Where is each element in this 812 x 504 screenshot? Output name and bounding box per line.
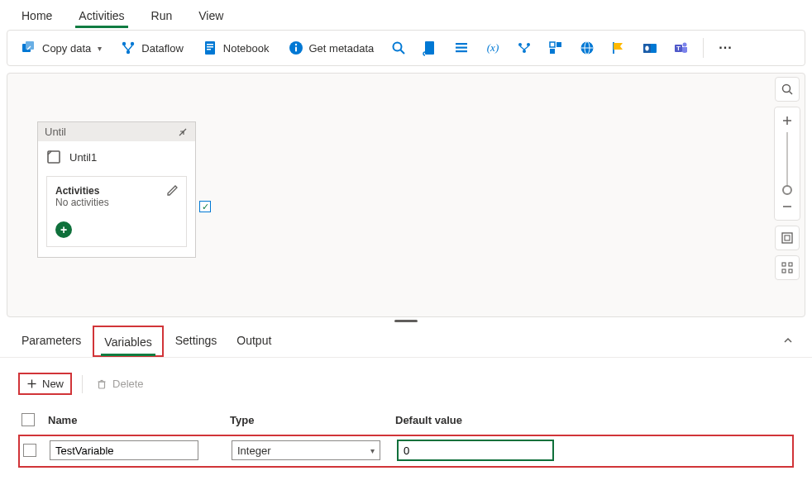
toolbar-separator bbox=[703, 38, 704, 58]
list-icon bbox=[453, 40, 470, 56]
table-row: Integer ▾ bbox=[18, 435, 794, 468]
new-label: New bbox=[42, 378, 64, 390]
tab-variables[interactable]: Variables bbox=[96, 327, 160, 355]
variable-name-input[interactable] bbox=[50, 440, 198, 460]
zoom-slider-track[interactable] bbox=[786, 132, 788, 188]
top-tab-bar: Home Activities Run View bbox=[0, 0, 812, 30]
variable-type-select[interactable]: Integer ▾ bbox=[232, 440, 380, 460]
canvas-search-button[interactable] bbox=[775, 77, 800, 102]
tab-run[interactable]: Run bbox=[140, 2, 184, 27]
tab-home[interactable]: Home bbox=[10, 2, 64, 27]
template-icon-button[interactable] bbox=[542, 36, 569, 59]
type-value: Integer bbox=[237, 445, 270, 457]
zoom-slider-knob[interactable] bbox=[782, 185, 792, 195]
svg-rect-44 bbox=[782, 269, 786, 273]
tab-output[interactable]: Output bbox=[228, 326, 279, 357]
search-icon bbox=[390, 40, 407, 56]
col-name: Name bbox=[48, 414, 230, 426]
flag-icon-button[interactable] bbox=[605, 36, 632, 59]
svg-point-33 bbox=[683, 43, 687, 47]
web-icon-button[interactable] bbox=[574, 36, 600, 59]
copy-data-icon bbox=[21, 40, 37, 56]
copy-data-label: Copy data bbox=[42, 42, 91, 55]
dataflow-icon bbox=[120, 40, 136, 56]
script-icon-button[interactable] bbox=[417, 36, 443, 59]
svg-rect-40 bbox=[782, 233, 792, 243]
node-type-label: Until bbox=[45, 126, 66, 138]
tab-activities[interactable]: Activities bbox=[67, 2, 136, 27]
variable-x-icon: (x) bbox=[485, 40, 501, 56]
collapse-icon[interactable] bbox=[177, 126, 189, 138]
zoom-in-button[interactable] bbox=[775, 111, 800, 131]
svg-point-21 bbox=[523, 50, 526, 53]
svg-rect-23 bbox=[556, 42, 561, 47]
chevron-down-icon: ▾ bbox=[370, 446, 375, 455]
svg-rect-41 bbox=[785, 235, 790, 240]
svg-rect-14 bbox=[425, 41, 434, 55]
node-title-row: Until1 bbox=[38, 141, 195, 171]
until-activity-node[interactable]: Until Until1 Activities No activities + bbox=[37, 121, 196, 258]
svg-point-2 bbox=[122, 42, 126, 45]
delete-label: Delete bbox=[112, 378, 144, 390]
table-header-row: Name Type Default value bbox=[18, 408, 794, 435]
pane-splitter[interactable] bbox=[0, 317, 812, 324]
svg-point-4 bbox=[127, 50, 130, 54]
get-metadata-label: Get metadata bbox=[309, 42, 375, 55]
teams-icon: T bbox=[673, 40, 690, 56]
svg-text:T: T bbox=[676, 45, 681, 52]
activities-toolbar: Copy data ▾ Dataflow Notebook Get metada… bbox=[7, 30, 805, 66]
zoom-out-button[interactable] bbox=[775, 197, 800, 216]
tab-view[interactable]: View bbox=[187, 2, 235, 27]
delete-variable-button[interactable]: Delete bbox=[93, 374, 147, 393]
svg-line-13 bbox=[401, 50, 405, 55]
variables-actions: New Delete bbox=[0, 358, 812, 403]
svg-text:(x): (x) bbox=[487, 41, 499, 54]
copy-data-button[interactable]: Copy data ▾ bbox=[14, 36, 108, 59]
edit-pencil-icon[interactable] bbox=[166, 183, 179, 197]
activities-box: Activities No activities + bbox=[46, 176, 187, 247]
fit-to-screen-button[interactable] bbox=[775, 226, 800, 250]
col-default: Default value bbox=[395, 414, 577, 426]
collapse-panel-icon[interactable] bbox=[777, 330, 799, 354]
notebook-button[interactable]: Notebook bbox=[195, 36, 276, 59]
plus-icon bbox=[26, 378, 37, 389]
select-all-checkbox[interactable] bbox=[21, 413, 35, 426]
no-activities-text: No activities bbox=[55, 197, 178, 208]
tab-settings[interactable]: Settings bbox=[167, 326, 226, 357]
variable-default-input[interactable] bbox=[397, 440, 554, 461]
info-icon bbox=[288, 40, 304, 56]
success-checkbox[interactable]: ✓ bbox=[199, 201, 211, 212]
variable-icon-button[interactable]: (x) bbox=[480, 36, 506, 59]
svg-rect-48 bbox=[99, 382, 105, 388]
more-button[interactable]: ··· bbox=[712, 40, 738, 55]
pipeline-icon-button[interactable] bbox=[511, 36, 537, 59]
svg-rect-24 bbox=[550, 49, 555, 54]
tab-parameters[interactable]: Parameters bbox=[13, 326, 89, 357]
svg-rect-7 bbox=[207, 46, 213, 48]
variables-highlight: Variables bbox=[93, 326, 163, 357]
dataflow-button[interactable]: Dataflow bbox=[113, 36, 190, 59]
pipeline-icon bbox=[516, 40, 533, 56]
pipeline-canvas[interactable]: Until Until1 Activities No activities + bbox=[7, 73, 805, 317]
svg-point-10 bbox=[294, 44, 296, 45]
row-checkbox[interactable] bbox=[23, 444, 36, 457]
get-metadata-button[interactable]: Get metadata bbox=[281, 36, 381, 59]
svg-point-20 bbox=[527, 43, 530, 46]
activities-heading: Activities bbox=[55, 185, 178, 197]
svg-point-19 bbox=[518, 43, 522, 46]
trash-icon bbox=[96, 378, 107, 390]
zoom-slider-group bbox=[774, 107, 800, 221]
add-activity-button[interactable]: + bbox=[55, 221, 72, 238]
svg-rect-1 bbox=[26, 41, 34, 50]
auto-layout-button[interactable] bbox=[775, 255, 800, 280]
col-type: Type bbox=[230, 414, 395, 426]
svg-point-35 bbox=[783, 85, 791, 93]
notebook-icon bbox=[202, 40, 218, 56]
teams-icon-button[interactable]: T bbox=[668, 36, 695, 59]
list-icon-button[interactable] bbox=[448, 36, 475, 59]
search-icon-button[interactable] bbox=[385, 36, 412, 59]
outlook-icon-button[interactable] bbox=[637, 36, 663, 59]
svg-point-12 bbox=[394, 43, 402, 51]
svg-rect-45 bbox=[789, 269, 792, 273]
new-variable-button[interactable]: New bbox=[18, 373, 72, 395]
